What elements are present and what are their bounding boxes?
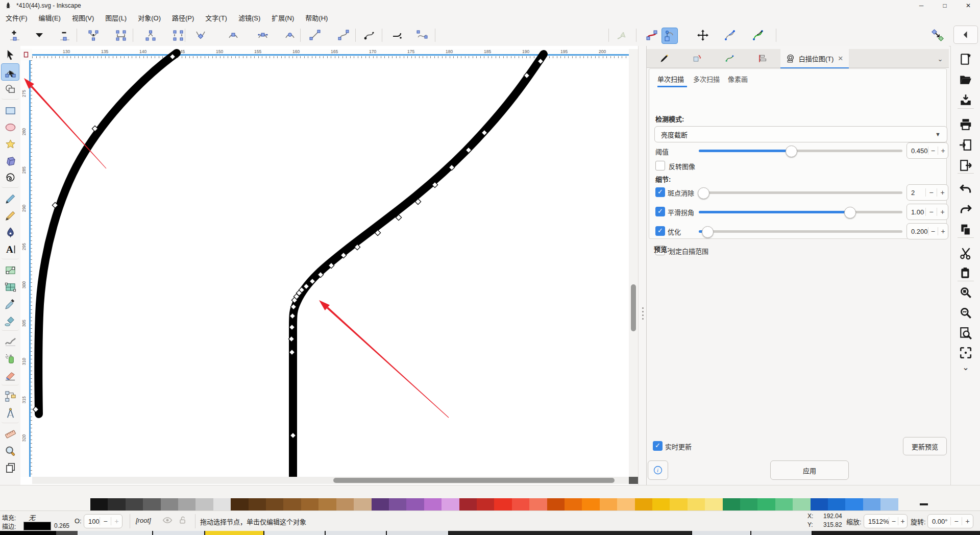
insert-node-icon[interactable] bbox=[7, 28, 22, 43]
paint-bucket-tool[interactable] bbox=[2, 312, 19, 331]
path-node[interactable] bbox=[290, 304, 296, 309]
color-swatch[interactable] bbox=[617, 498, 634, 511]
rectangle-tool[interactable] bbox=[2, 102, 19, 118]
pencil-tool[interactable] bbox=[2, 190, 19, 207]
update-preview-button[interactable]: 更新预览 bbox=[903, 437, 947, 455]
cmd-export-icon[interactable] bbox=[959, 159, 972, 172]
live-update-checkbox[interactable]: ✓ bbox=[653, 441, 663, 451]
show-outline-icon[interactable] bbox=[722, 28, 738, 43]
break-nodes-icon[interactable] bbox=[143, 28, 158, 43]
tab-path-effects[interactable] bbox=[715, 49, 744, 67]
horizontal-ruler[interactable]: 1301351401451501551601651701751801851901… bbox=[20, 49, 629, 60]
path-inset-icon[interactable] bbox=[414, 28, 430, 43]
cmd-new-icon[interactable] bbox=[959, 53, 972, 66]
cmd-zoom-page-icon[interactable] bbox=[959, 327, 972, 340]
horizontal-scrollbar[interactable] bbox=[32, 477, 629, 484]
traced-path[interactable] bbox=[38, 53, 177, 414]
segment-curve-icon[interactable] bbox=[336, 28, 351, 43]
box3d-tool[interactable] bbox=[2, 153, 19, 169]
info-button[interactable]: i bbox=[648, 460, 668, 480]
color-swatch[interactable] bbox=[652, 498, 670, 511]
color-swatch[interactable] bbox=[880, 498, 898, 511]
rotation-decrement[interactable]: − bbox=[950, 517, 962, 525]
color-swatch[interactable] bbox=[389, 498, 406, 511]
smooth-slider-knob[interactable] bbox=[844, 207, 856, 218]
vertical-ruler[interactable]: 275280285290295300305310315320 bbox=[20, 60, 32, 477]
edit-clip-path-icon[interactable] bbox=[644, 28, 659, 43]
canvas[interactable]: 1301351401451501551601651701751801851901… bbox=[20, 46, 638, 485]
dropper-tool[interactable] bbox=[2, 296, 19, 312]
rotation-increment[interactable]: + bbox=[962, 517, 973, 525]
apply-button[interactable]: 应用 bbox=[770, 460, 849, 480]
color-swatch[interactable] bbox=[529, 498, 547, 511]
color-swatch[interactable] bbox=[424, 498, 442, 511]
color-swatch[interactable] bbox=[723, 498, 740, 511]
color-swatch[interactable] bbox=[231, 498, 248, 511]
cmd-zoom-center-icon[interactable] bbox=[959, 346, 972, 359]
color-swatch[interactable] bbox=[512, 498, 529, 511]
object-to-path-icon[interactable] bbox=[361, 28, 377, 43]
menu-4[interactable]: 图层(L) bbox=[100, 11, 132, 23]
color-swatch[interactable] bbox=[372, 498, 389, 511]
color-swatch[interactable] bbox=[90, 498, 108, 511]
tweak-tool[interactable] bbox=[2, 333, 19, 350]
tab-scan-mode-3[interactable]: 像素画 bbox=[728, 71, 751, 86]
tab-transform[interactable] bbox=[682, 49, 711, 67]
color-swatch[interactable] bbox=[635, 498, 652, 511]
segment-line-icon[interactable] bbox=[307, 28, 323, 43]
cmd-duplicate-icon[interactable] bbox=[959, 223, 972, 236]
speckles-spinbox[interactable]: 2 − + bbox=[906, 184, 948, 201]
fill-value[interactable]: 无 bbox=[29, 513, 35, 522]
panel-resize-handle[interactable] bbox=[638, 46, 647, 485]
collapse-panel-button[interactable] bbox=[953, 26, 978, 44]
current-layer[interactable]: [root] bbox=[136, 517, 151, 524]
optimize-slider-knob[interactable] bbox=[702, 226, 714, 238]
color-swatch[interactable] bbox=[740, 498, 757, 511]
close-button[interactable]: ✕ bbox=[957, 0, 980, 11]
close-dialog-icon[interactable]: ✕ bbox=[838, 55, 843, 62]
color-swatch[interactable] bbox=[477, 498, 494, 511]
cmd-save-icon[interactable] bbox=[959, 93, 972, 107]
vertical-scrollbar-thumb[interactable] bbox=[631, 284, 636, 331]
color-swatch[interactable] bbox=[249, 498, 266, 511]
rotation-spinbox[interactable]: 0.00° − + bbox=[927, 514, 973, 528]
maximize-button[interactable]: □ bbox=[933, 0, 957, 11]
color-swatch[interactable] bbox=[600, 498, 617, 511]
text-tool[interactable]: A bbox=[2, 241, 19, 259]
speckles-slider[interactable] bbox=[699, 191, 902, 194]
eraser-tool[interactable] bbox=[2, 367, 19, 385]
detection-mode-select[interactable]: 亮度截断 ▼ bbox=[654, 126, 947, 142]
tab-scan-mode-1[interactable]: 单次扫描 bbox=[657, 71, 687, 87]
color-swatch[interactable] bbox=[161, 498, 178, 511]
smooth-corners-checkbox[interactable]: ✓ bbox=[655, 207, 665, 216]
color-swatch[interactable] bbox=[828, 498, 845, 511]
speckles-increment[interactable]: + bbox=[937, 188, 948, 197]
path-node[interactable] bbox=[415, 199, 421, 204]
show-handles-icon[interactable] bbox=[662, 28, 678, 44]
pages-tool[interactable] bbox=[2, 459, 19, 476]
path-node[interactable] bbox=[303, 283, 309, 289]
spray-tool[interactable] bbox=[2, 350, 19, 367]
menu-3[interactable]: 视图(V) bbox=[66, 11, 100, 23]
shape-builder-tool[interactable] bbox=[2, 81, 19, 100]
optimize-checkbox[interactable]: ✓ bbox=[655, 226, 665, 236]
path-node[interactable] bbox=[291, 297, 297, 303]
path-node[interactable] bbox=[481, 130, 487, 135]
optimize-increment[interactable]: + bbox=[938, 227, 948, 235]
path-node[interactable] bbox=[317, 272, 323, 277]
move-grips-icon[interactable] bbox=[695, 28, 710, 43]
tab-align-distribute[interactable] bbox=[748, 49, 776, 67]
color-swatch[interactable] bbox=[459, 498, 477, 511]
cmd-zoom-selection-icon[interactable] bbox=[959, 286, 972, 299]
join-nodes-icon[interactable] bbox=[86, 28, 101, 43]
path-node[interactable] bbox=[396, 214, 401, 220]
spiral-tool[interactable] bbox=[2, 169, 19, 188]
path-node[interactable] bbox=[309, 278, 315, 284]
threshold-decrement[interactable]: − bbox=[928, 147, 938, 155]
color-swatch[interactable] bbox=[406, 498, 424, 511]
cmd-zoom-drawing-icon[interactable] bbox=[959, 306, 972, 320]
cmd-import-icon[interactable] bbox=[959, 138, 972, 152]
ruler-tool[interactable] bbox=[2, 426, 19, 442]
color-swatch[interactable] bbox=[775, 498, 793, 511]
color-swatch[interactable] bbox=[178, 498, 195, 511]
